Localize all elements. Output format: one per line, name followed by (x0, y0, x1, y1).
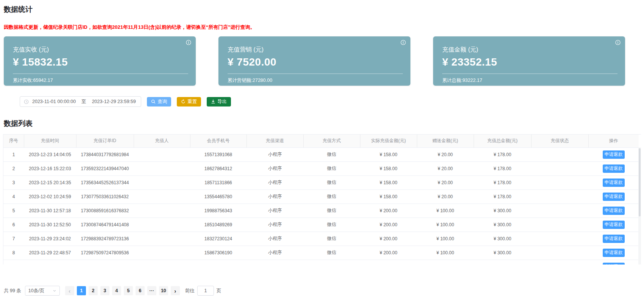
info-icon[interactable] (615, 40, 621, 45)
stat-cards-row: 充值实收 (元) ¥ 15832.15 累计实收:65942.17 充值营销 (… (4, 36, 644, 86)
cell-action: 申请退款 (588, 232, 639, 246)
stat-card-recharge-total: 充值金额 (元) ¥ 23352.15 累计总额:93222.17 (433, 36, 625, 86)
stat-footer: 累计实收:65942.17 (13, 77, 196, 84)
cell-action: 申请退款 (588, 147, 639, 161)
prev-page-button[interactable]: ‹ (65, 286, 74, 295)
cell-user (134, 204, 190, 218)
cell-amount: ¥ 200.00 (360, 204, 417, 218)
cell-user (134, 175, 190, 190)
vertical-scrollbar[interactable] (638, 147, 641, 265)
pagination-bar: 共 99 条 10条/页 ‹ 123456···10 › 前往 页 (4, 286, 644, 296)
date-start-value[interactable]: 2023-11-01 00:00:00 (32, 99, 76, 104)
pager-page-10[interactable]: 10 (159, 286, 168, 295)
cell-phone: 18510489269 (190, 218, 246, 232)
cell-method: 微信 (303, 218, 360, 232)
pager-page-3[interactable]: 3 (100, 286, 109, 295)
cell-order_id: 1729883924789723136 (76, 232, 134, 246)
date-range-input[interactable]: 2023-11-01 00:00:00 至 2023-12-29 23:59:5… (20, 96, 141, 107)
page-size-value: 10条/页 (28, 288, 44, 294)
divider (442, 74, 617, 74)
goto-label: 前往 (185, 288, 195, 294)
reset-button[interactable]: 重置 (177, 97, 201, 106)
stat-card-recharge-marketing: 充值营销 (元) ¥ 7520.00 累计营销额:27280.00 (218, 36, 410, 86)
cell-status (531, 260, 588, 265)
cell-status (531, 218, 588, 232)
cell-channel: 小程序 (246, 232, 303, 246)
column-header: 充值总金额(元) (474, 135, 531, 147)
stat-value: ¥ 7520.00 (228, 56, 410, 68)
cell-bonus: ¥ 20.00 (417, 147, 474, 161)
cell-user (134, 232, 190, 246)
pager-page-5[interactable]: 5 (124, 286, 133, 295)
cell-method: 微信 (303, 175, 360, 190)
refund-button[interactable]: 申请退款 (603, 249, 625, 257)
filter-row: 2023-11-01 00:00:00 至 2023-12-29 23:59:5… (20, 96, 644, 107)
date-separator: 至 (81, 99, 86, 105)
cell-method: 微信 (303, 190, 360, 204)
cell-bonus: ¥ 20.00 (417, 161, 474, 175)
cell-channel: 小程序 (246, 218, 303, 232)
date-end-value[interactable]: 2023-12-29 23:59:59 (92, 99, 136, 104)
cell-index: 8 (3, 246, 24, 260)
goto-page-input[interactable] (197, 286, 214, 296)
column-header: 充值渠道 (246, 135, 303, 147)
cell-total: ¥ 178.00 (474, 175, 531, 190)
cell-phone: 18627864312 (190, 161, 246, 175)
query-button[interactable]: 查询 (147, 97, 171, 106)
cell-action: 申请退款 (588, 161, 639, 175)
pager-page-6[interactable]: 6 (136, 286, 145, 295)
pager-page-4[interactable]: 4 (112, 286, 121, 295)
refund-button[interactable]: 申请退款 (603, 150, 625, 159)
column-header: 充值人 (134, 135, 190, 147)
table-row: 申请退款 (3, 260, 639, 265)
cell-amount: ¥ 158.00 (360, 190, 417, 204)
total-count-label: 共 99 条 (4, 288, 21, 294)
cell-index: 1 (3, 147, 24, 161)
reset-button-label: 重置 (187, 99, 197, 105)
refund-button[interactable]: 申请退款 (603, 179, 625, 187)
refund-button[interactable]: 申请退款 (603, 193, 625, 201)
cell-channel (246, 260, 303, 265)
column-header: 充值状态 (531, 135, 588, 147)
cell-action: 申请退款 (588, 218, 639, 232)
cell-bonus (417, 260, 474, 265)
refund-button[interactable]: 申请退款 (603, 235, 625, 243)
column-header: 赠送金额(元) (417, 135, 474, 147)
refund-button[interactable]: 申请退款 (603, 207, 625, 215)
goto-suffix: 页 (217, 288, 221, 294)
table-row: 52023-11-30 12:57:1817300885916163768321… (3, 204, 639, 218)
refund-button[interactable]: 申请退款 (603, 263, 625, 265)
list-title: 数据列表 (4, 119, 644, 128)
next-page-button[interactable]: › (171, 286, 180, 295)
table-row: 82023-11-29 22:48:5717298750972478095361… (3, 246, 639, 260)
cell-action: 申请退款 (588, 246, 639, 260)
scrollbar-thumb[interactable] (639, 148, 641, 216)
info-icon[interactable] (186, 40, 191, 45)
cell-channel: 小程序 (246, 147, 303, 161)
table-row: 42023-12-02 10:24:5917307750336110264321… (3, 190, 639, 204)
pager-page-2[interactable]: 2 (89, 286, 98, 295)
recharge-statistics-page: 数据统计 因数据格式更新，储值纪录关联门店ID，如欲查询2021年11月13日(… (0, 0, 644, 296)
page-title: 数据统计 (4, 5, 640, 14)
pager-page-1[interactable]: 1 (77, 286, 86, 295)
refund-button[interactable]: 申请退款 (603, 164, 625, 173)
pager-ellipsis[interactable]: ··· (147, 286, 156, 295)
table-row: 12023-12-23 14:04:0517384403177926819841… (3, 147, 639, 161)
cell-method: 微信 (303, 204, 360, 218)
info-icon[interactable] (401, 40, 406, 45)
cell-channel: 小程序 (246, 204, 303, 218)
stat-card-recharge-received: 充值实收 (元) ¥ 15832.15 累计实收:65942.17 (4, 36, 196, 86)
page-size-select[interactable]: 10条/页 (25, 286, 60, 296)
refund-button[interactable]: 申请退款 (603, 221, 625, 229)
cell-time: 2023-11-29 23:24:02 (24, 232, 76, 246)
cell-order_id: 1730775033611026432 (76, 190, 134, 204)
export-button[interactable]: 导出 (207, 97, 231, 106)
cell-index: 5 (3, 204, 24, 218)
cell-amount: ¥ 200.00 (360, 218, 417, 232)
cell-phone: 18327230124 (190, 232, 246, 246)
cell-time: 2023-11-29 22:48:57 (24, 246, 76, 260)
download-icon (211, 99, 215, 104)
cell-bonus: ¥ 100.00 (417, 246, 474, 260)
cell-channel: 小程序 (246, 175, 303, 190)
cell-phone: 19988756343 (190, 204, 246, 218)
